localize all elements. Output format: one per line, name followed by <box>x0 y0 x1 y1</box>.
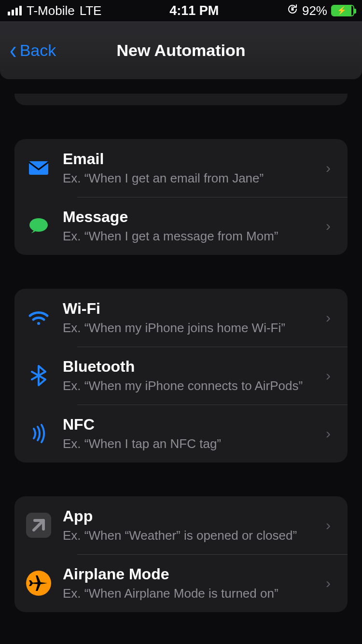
row-subtitle: Ex. “When “Weather” is opened or closed” <box>63 528 314 543</box>
trigger-nfc[interactable]: NFC Ex. “When I tap an NFC tag” › <box>14 405 348 462</box>
chevron-right-icon: › <box>319 218 338 234</box>
email-icon <box>14 156 63 180</box>
bluetooth-icon <box>14 364 63 387</box>
trigger-email[interactable]: Email Ex. “When I get an email from Jane… <box>14 139 348 197</box>
carrier-label: T-Mobile <box>27 3 75 18</box>
trigger-message[interactable]: Message Ex. “When I get a message from M… <box>14 197 348 255</box>
chevron-right-icon: › <box>319 575 338 591</box>
row-subtitle: Ex. “When I get an email from Jane” <box>63 171 314 186</box>
charging-icon: ⚡ <box>337 7 347 14</box>
wifi-icon <box>14 306 63 329</box>
row-subtitle: Ex. “When Airplane Mode is turned on” <box>63 586 314 601</box>
chevron-right-icon: › <box>319 309 338 326</box>
clock: 4:11 PM <box>169 3 219 18</box>
previous-group-bottom <box>14 94 348 105</box>
row-subtitle: Ex. “When my iPhone joins home Wi-Fi” <box>63 321 314 336</box>
back-label: Back <box>20 41 56 60</box>
app-icon <box>14 513 63 538</box>
chevron-right-icon: › <box>319 367 338 384</box>
trigger-airplane-mode[interactable]: Airplane Mode Ex. “When Airplane Mode is… <box>14 554 348 612</box>
trigger-app[interactable]: App Ex. “When “Weather” is opened or clo… <box>14 496 348 554</box>
group-connectivity: Wi-Fi Ex. “When my iPhone joins home Wi-… <box>14 289 348 462</box>
chevron-right-icon: › <box>319 517 338 533</box>
group-settings: App Ex. “When “Weather” is opened or clo… <box>14 496 348 612</box>
battery-percent: 92% <box>302 3 327 18</box>
row-title: Bluetooth <box>63 358 314 376</box>
row-title: App <box>63 507 314 525</box>
trigger-bluetooth[interactable]: Bluetooth Ex. “When my iPhone connects t… <box>14 347 348 405</box>
row-subtitle: Ex. “When I tap an NFC tag” <box>63 436 314 451</box>
message-icon <box>14 214 63 238</box>
status-right: 92% ⚡ <box>287 3 354 18</box>
trigger-wifi[interactable]: Wi-Fi Ex. “When my iPhone joins home Wi-… <box>14 289 348 347</box>
signal-icon <box>8 6 22 15</box>
svg-rect-0 <box>291 8 293 11</box>
chevron-right-icon: › <box>319 160 338 176</box>
row-title: NFC <box>63 416 314 434</box>
svg-point-3 <box>37 322 40 325</box>
row-title: Wi-Fi <box>63 300 314 318</box>
content: Email Ex. “When I get an email from Jane… <box>0 21 362 644</box>
row-title: Message <box>63 208 314 226</box>
row-title: Email <box>63 150 314 168</box>
status-left: T-Mobile LTE <box>8 3 101 18</box>
nav-bar: ‹ Back New Automation <box>0 21 362 79</box>
nfc-icon <box>14 422 63 445</box>
row-subtitle: Ex. “When my iPhone connects to AirPods” <box>63 378 314 393</box>
svg-rect-1 <box>29 161 48 175</box>
airplane-mode-icon <box>14 571 63 596</box>
row-title: Airplane Mode <box>63 565 314 583</box>
network-label: LTE <box>80 3 102 18</box>
svg-point-2 <box>29 218 48 232</box>
chevron-right-icon: › <box>319 425 338 442</box>
status-bar: T-Mobile LTE 4:11 PM 92% ⚡ <box>0 0 362 21</box>
chevron-left-icon: ‹ <box>10 38 17 63</box>
group-communication: Email Ex. “When I get an email from Jane… <box>14 139 348 255</box>
orientation-lock-icon <box>287 3 298 18</box>
back-button[interactable]: ‹ Back <box>0 40 56 61</box>
row-subtitle: Ex. “When I get a message from Mom” <box>63 229 314 244</box>
battery-icon: ⚡ <box>331 5 354 16</box>
